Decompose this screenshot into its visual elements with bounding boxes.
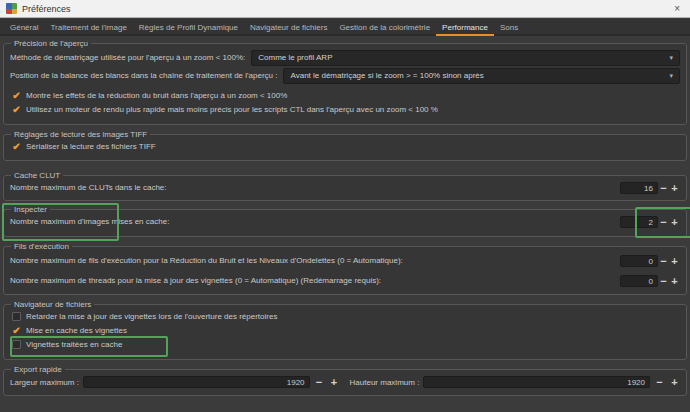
max-height-input[interactable]: 1920 <box>423 376 650 388</box>
tab-dynamic-profile-rules[interactable]: Règles de Profil Dynamique <box>133 20 244 36</box>
delay-thumbnails-row: Retarder la mise à jour des vignettes lo… <box>10 309 680 323</box>
max-height-label: Hauteur maximum : <box>350 378 420 387</box>
section-preview-precision: Précision de l'aperçu Méthode de dématri… <box>3 39 687 125</box>
preferences-window: { "window": { "title": "Préférences", "c… <box>0 0 690 412</box>
section-file-browser: Navigateur de fichiers Retarder la mise … <box>3 300 687 360</box>
threads-thumbnails-row: Nombre maximum de threads pour la mise à… <box>10 273 680 288</box>
plus-icon[interactable]: + <box>329 376 340 388</box>
tab-file-browser[interactable]: Navigateur de fichiers <box>244 20 333 36</box>
window-title: Préférences <box>22 4 71 14</box>
section-title: Navigateur de fichiers <box>11 300 94 309</box>
delay-thumbnails-checkbox[interactable] <box>12 312 21 321</box>
demosaic-method-select[interactable]: Comme le profil ARP ▾ <box>251 50 680 66</box>
section-title: Précision de l'aperçu <box>11 39 91 48</box>
demosaic-method-row: Méthode de dématriçage utilisée pour l'a… <box>10 49 680 66</box>
delay-thumbnails-label: Retarder la mise à jour des vignettes lo… <box>26 312 277 321</box>
processed-thumbnails-label: Vignettes traitées en cache <box>26 340 122 349</box>
minus-icon[interactable]: − <box>658 255 669 267</box>
ctl-fast-render-checkbox[interactable]: ✔ <box>12 105 21 114</box>
wb-position-row: Position de la balance des blancs dans l… <box>10 67 680 84</box>
threads-thumbnails-label: Nombre maximum de threads pour la mise à… <box>10 276 381 285</box>
inspect-max-label: Nombre maximum d'images mises en cache: <box>10 217 169 226</box>
section-title: Fils d'exécution <box>11 242 72 251</box>
minus-icon[interactable]: − <box>654 376 665 388</box>
minus-icon[interactable]: − <box>658 216 669 228</box>
section-title: Réglages de lecture des images TIFF <box>11 130 150 139</box>
noise-preview-row: ✔ Montre les effets de la réduction du b… <box>10 88 680 102</box>
tab-general[interactable]: Général <box>4 20 44 36</box>
inspect-max-input[interactable]: 2 <box>620 216 658 228</box>
noise-preview-label: Montre les effets de la réduction du bru… <box>26 91 287 100</box>
tab-bar: Général Traitement de l'image Règles de … <box>0 19 690 36</box>
plus-icon[interactable]: + <box>669 182 680 194</box>
section-threads: Fils d'exécution Nombre maximum de fils … <box>3 242 687 295</box>
section-title: Export rapide <box>11 365 65 374</box>
processed-thumbnails-checkbox[interactable] <box>12 340 21 349</box>
thumbnail-cache-label: Mise en cache des vignettes <box>26 326 127 335</box>
tab-sounds[interactable]: Sons <box>494 20 524 36</box>
chevron-down-icon: ▾ <box>669 72 673 80</box>
tiff-serialize-label: Sérialiser la lecture des fichiers TIFF <box>26 142 156 151</box>
demosaic-method-value: Comme le profil ARP <box>258 53 332 62</box>
ctl-fast-render-label: Utilisez un moteur de rendu plus rapide … <box>26 105 438 114</box>
threads-denoise-label: Nombre maximum de fils d'exécution pour … <box>10 256 403 265</box>
title-bar: Préférences × <box>0 0 690 18</box>
tab-performance[interactable]: Performance <box>436 20 494 36</box>
section-inspect: Inspecter Nombre maximum d'images mises … <box>3 205 687 237</box>
threads-thumbnails-input[interactable]: 0 <box>620 275 658 287</box>
chevron-down-icon: ▾ <box>669 54 673 62</box>
section-tiff: Réglages de lecture des images TIFF ✔ Sé… <box>3 130 687 161</box>
section-quick-export: Export rapide Largeur maximum : 1920 − +… <box>3 365 687 396</box>
plus-icon[interactable]: + <box>669 376 680 388</box>
thumbnail-cache-row: ✔ Mise en cache des vignettes <box>10 323 680 337</box>
clut-max-row: Nombre maximum de CLUTs dans le cache: 1… <box>10 180 680 195</box>
processed-thumbnails-row: Vignettes traitées en cache <box>10 337 680 351</box>
noise-preview-checkbox[interactable]: ✔ <box>12 91 21 100</box>
tiff-serialize-checkbox[interactable]: ✔ <box>12 142 21 151</box>
minus-icon[interactable]: − <box>314 376 325 388</box>
section-title: Inspecter <box>11 205 50 214</box>
plus-icon[interactable]: + <box>669 255 680 267</box>
wb-position-value: Avant le dématriçage si le zoom > = 100%… <box>290 71 483 80</box>
clut-max-label: Nombre maximum de CLUTs dans le cache: <box>10 183 167 192</box>
demosaic-method-label: Méthode de dématriçage utilisée pour l'a… <box>10 53 245 62</box>
app-icon <box>6 3 17 14</box>
wb-position-select[interactable]: Avant le dématriçage si le zoom > = 100%… <box>283 68 680 84</box>
minus-icon[interactable]: − <box>658 275 669 287</box>
tab-color-management[interactable]: Gestion de la colorimétrie <box>333 20 436 36</box>
inspect-max-row: Nombre maximum d'images mises en cache: … <box>10 214 680 229</box>
threads-denoise-input[interactable]: 0 <box>620 255 658 267</box>
max-width-input[interactable]: 1920 <box>83 376 310 388</box>
wb-position-label: Position de la balance des blancs dans l… <box>10 71 277 80</box>
thumbnail-cache-checkbox[interactable]: ✔ <box>12 326 21 335</box>
section-clut-cache: Cache CLUT Nombre maximum de CLUTs dans … <box>3 171 687 201</box>
tiff-serialize-row: ✔ Sérialiser la lecture des fichiers TIF… <box>10 139 680 153</box>
close-icon[interactable]: × <box>670 4 684 14</box>
quick-export-row: Largeur maximum : 1920 − + Hauteur maxim… <box>10 374 680 390</box>
section-title: Cache CLUT <box>11 171 63 180</box>
minus-icon[interactable]: − <box>658 182 669 194</box>
plus-icon[interactable]: + <box>669 275 680 287</box>
threads-denoise-row: Nombre maximum de fils d'exécution pour … <box>10 253 680 268</box>
ctl-fast-render-row: ✔ Utilisez un moteur de rendu plus rapid… <box>10 102 680 116</box>
tab-image-processing[interactable]: Traitement de l'image <box>44 20 132 36</box>
clut-max-input[interactable]: 16 <box>620 182 658 194</box>
plus-icon[interactable]: + <box>669 216 680 228</box>
max-width-label: Largeur maximum : <box>10 378 79 387</box>
